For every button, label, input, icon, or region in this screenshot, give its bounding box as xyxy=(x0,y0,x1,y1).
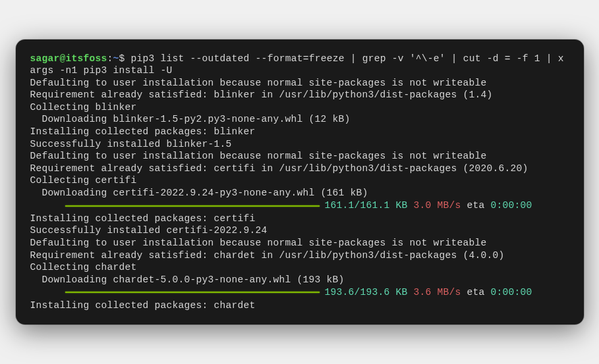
progress-stats: 193.6/193.6 KB 3.6 MB/s eta 0:00:00 xyxy=(325,286,532,299)
output-line: Successfully installed blinker-1.5 xyxy=(30,138,569,151)
progress-size: 193.6/193.6 KB xyxy=(325,287,408,298)
output-line: Downloading certifi-2022.9.24-py3-none-a… xyxy=(30,187,569,199)
output-line: Successfully installed certifi-2022.9.24 xyxy=(30,224,569,237)
command-text xyxy=(125,53,131,64)
progress-eta-label: eta xyxy=(467,200,485,211)
output-line: Requirement already satisfied: chardet i… xyxy=(30,249,569,262)
output-line: Installing collected packages: chardet xyxy=(30,299,569,312)
progress-speed: 3.6 MB/s xyxy=(414,287,461,298)
progress-track xyxy=(65,292,320,293)
progress-speed: 3.0 MB/s xyxy=(414,200,461,211)
output-line: Requirement already satisfied: blinker i… xyxy=(30,89,569,101)
terminal-content[interactable]: sagar@itsfoss:~$ pip3 list --outdated --… xyxy=(30,53,569,311)
output-line: Collecting blinker xyxy=(30,101,569,114)
prompt-path: ~ xyxy=(113,53,119,64)
progress-eta-time: 0:00:00 xyxy=(491,287,532,298)
output-line: Defaulting to user installation because … xyxy=(30,77,569,90)
progress-eta-time: 0:00:00 xyxy=(491,200,532,211)
progress-bar-certifi: 161.1/161.1 KB 3.0 MB/s eta 0:00:00 xyxy=(30,199,569,212)
output-line: Downloading blinker-1.5-py2.py3-none-any… xyxy=(30,113,569,126)
prompt-user: sagar@itsfoss xyxy=(30,53,107,64)
progress-track xyxy=(65,205,320,207)
progress-bar-chardet: 193.6/193.6 KB 3.6 MB/s eta 0:00:00 xyxy=(30,286,569,299)
progress-size: 161.1/161.1 KB xyxy=(325,200,408,211)
output-line: Installing collected packages: certifi xyxy=(30,213,569,225)
output-line: Downloading chardet-5.0.0-py3-none-any.w… xyxy=(30,274,569,286)
output-line: Requirement already satisfied: certifi i… xyxy=(30,163,569,175)
progress-fill xyxy=(65,205,320,207)
output-line: Collecting certifi xyxy=(30,174,569,187)
progress-stats: 161.1/161.1 KB 3.0 MB/s eta 0:00:00 xyxy=(325,199,532,212)
progress-fill xyxy=(65,292,320,293)
output-line: Installing collected packages: blinker xyxy=(30,126,569,138)
command-line: sagar@itsfoss:~$ pip3 list --outdated --… xyxy=(30,53,569,77)
output-line: Collecting chardet xyxy=(30,261,569,274)
terminal-window: sagar@itsfoss:~$ pip3 list --outdated --… xyxy=(16,39,584,325)
output-line: Defaulting to user installation because … xyxy=(30,150,569,163)
prompt-separator: : xyxy=(107,53,113,64)
progress-eta-label: eta xyxy=(467,287,485,298)
prompt-symbol: $ xyxy=(119,53,125,64)
output-line: Defaulting to user installation because … xyxy=(30,237,569,249)
